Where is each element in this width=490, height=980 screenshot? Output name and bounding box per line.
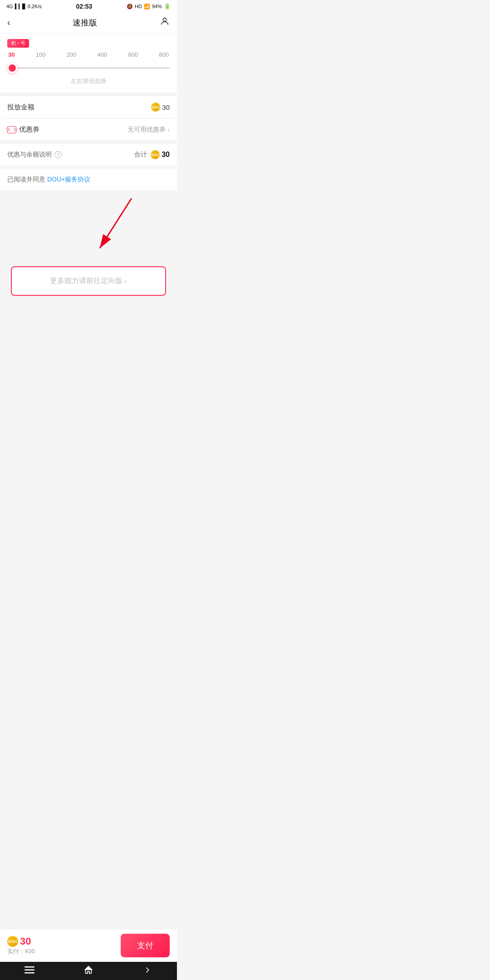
wifi-icon: 📶 bbox=[144, 4, 150, 10]
coupon-value: 无可用优惠券 › bbox=[127, 126, 170, 134]
more-button-wrap: 更多能力请前往定向版 › bbox=[0, 266, 177, 305]
total-label: 合计 bbox=[134, 151, 147, 159]
slider-hint: 左右滑动选择 bbox=[7, 77, 170, 85]
slider-thumb[interactable] bbox=[7, 63, 17, 73]
summary-left: 优惠与余额说明 ? bbox=[7, 151, 62, 159]
network-label: 4G bbox=[6, 4, 13, 9]
summary-dou-coin: DOU bbox=[151, 150, 160, 159]
svg-point-0 bbox=[163, 18, 166, 21]
agreement-section: 已阅读并同意 DOU+服务协议 bbox=[0, 169, 177, 190]
alarm-icon: 🔕 bbox=[127, 4, 133, 10]
info-section: 投放金额 DOU 30 优惠券 无可用优惠券 › bbox=[0, 96, 177, 140]
slider-label-400: 400 bbox=[97, 51, 107, 58]
slider-section: 初 ‹ 号 30 100 200 400 600 800 左右滑动选择 bbox=[0, 34, 177, 93]
slider-label-200: 200 bbox=[67, 51, 77, 58]
more-button-text: 更多能力请前往定向版 bbox=[50, 276, 122, 286]
signal-bars: ▍▎▊ bbox=[15, 4, 26, 10]
summary-amount: 30 bbox=[162, 151, 170, 159]
more-button[interactable]: 更多能力请前往定向版 › bbox=[11, 266, 166, 296]
hd-label: HD bbox=[135, 4, 142, 9]
status-left: 4G ▍▎▊ 0.2K/s bbox=[6, 4, 42, 10]
agreement-prefix: 已阅读并同意 bbox=[7, 176, 47, 183]
slider-track-wrap[interactable] bbox=[7, 63, 170, 74]
battery-label: 94% bbox=[152, 4, 162, 9]
amount-row: 投放金额 DOU 30 bbox=[0, 96, 177, 118]
help-icon[interactable]: ? bbox=[54, 151, 62, 158]
speed-label: 0.2K/s bbox=[28, 4, 42, 9]
coupon-icon bbox=[7, 126, 16, 133]
summary-right: 合计 DOU 30 bbox=[134, 150, 170, 159]
dou-coin-icon: DOU bbox=[151, 103, 160, 112]
time-label: 02:53 bbox=[76, 3, 93, 10]
coupon-text: 优惠券 bbox=[19, 125, 39, 134]
slider-tag: 初 ‹ 号 bbox=[7, 39, 29, 48]
agreement-link[interactable]: DOU+服务协议 bbox=[47, 176, 90, 183]
slider-labels: 30 100 200 400 600 800 bbox=[7, 51, 170, 58]
status-bar: 4G ▍▎▊ 0.2K/s 02:53 🔕 HD 📶 94% 🔋 bbox=[0, 0, 177, 12]
amount-label: 投放金额 bbox=[7, 103, 34, 112]
coupon-label: 优惠券 bbox=[7, 125, 39, 134]
slider-label-100: 100 bbox=[36, 51, 46, 58]
more-button-chevron: › bbox=[124, 277, 127, 285]
back-button[interactable]: ‹ bbox=[7, 17, 10, 28]
svg-line-2 bbox=[100, 198, 132, 248]
coupon-chevron: › bbox=[167, 126, 170, 133]
status-right: 🔕 HD 📶 94% 🔋 bbox=[127, 3, 171, 10]
no-coupon-text: 无可用优惠券 bbox=[127, 126, 166, 134]
battery-icon: 🔋 bbox=[164, 3, 171, 10]
annotation-area bbox=[0, 194, 177, 266]
page-title: 速推版 bbox=[73, 17, 97, 28]
slider-label-800: 800 bbox=[159, 51, 169, 58]
red-arrow-svg bbox=[0, 194, 177, 266]
header: ‹ 速推版 bbox=[0, 12, 177, 34]
slider-label-600: 600 bbox=[128, 51, 138, 58]
slider-track bbox=[7, 67, 170, 69]
amount-value: DOU 30 bbox=[151, 103, 170, 112]
bottom-spacer bbox=[0, 305, 177, 350]
summary-desc-label: 优惠与余额说明 bbox=[7, 151, 52, 159]
summary-section: 优惠与余额说明 ? 合计 DOU 30 bbox=[0, 144, 177, 166]
slider-label-30: 30 bbox=[8, 51, 15, 58]
amount-number: 30 bbox=[162, 103, 170, 111]
coupon-row[interactable]: 优惠券 无可用优惠券 › bbox=[0, 119, 177, 140]
profile-icon[interactable] bbox=[160, 16, 170, 29]
